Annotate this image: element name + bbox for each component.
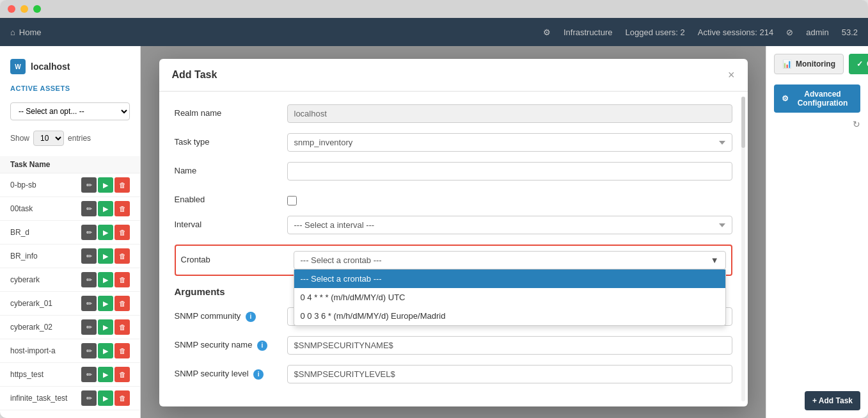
- filter-select[interactable]: -- Select an opt... --: [10, 102, 130, 120]
- crontab-label: Crontab: [181, 251, 283, 264]
- modal-overlay: Add Task × Realm name: [141, 46, 766, 418]
- task-actions-https_test: ✏ ▶ 🗑: [81, 367, 130, 382]
- advanced-config-button[interactable]: ⚙ Advanced Configuration: [774, 84, 860, 113]
- enabled-checkbox[interactable]: [287, 196, 297, 205]
- edit-task-00task[interactable]: ✏: [81, 201, 97, 216]
- check-button[interactable]: ✓ Check: [849, 54, 868, 74]
- task-name-cyberark_01: cyberark_01: [10, 299, 81, 308]
- refresh-button[interactable]: ↻: [774, 119, 860, 129]
- modal-close-button[interactable]: ×: [728, 69, 735, 81]
- snmp-security-name-row: SNMP security name i: [175, 336, 732, 355]
- crontab-option-madrid[interactable]: 0 0 3 6 * (m/h/dM/MY/d) Europe/Madrid: [294, 307, 725, 325]
- play-task-cyberark_02[interactable]: ▶: [98, 319, 113, 335]
- snmp-security-level-info-icon[interactable]: i: [253, 369, 264, 380]
- delete-task-BR_d[interactable]: 🗑: [114, 225, 130, 240]
- delete-task-host-import-a[interactable]: 🗑: [114, 343, 130, 358]
- task-list: Task Name 0-bp-sb ✏ ▶ 🗑 00task: [0, 156, 140, 410]
- maximize-button[interactable]: [33, 5, 41, 13]
- play-task-BR_d[interactable]: ▶: [98, 225, 113, 240]
- edit-task-BR_info[interactable]: ✏: [81, 248, 97, 264]
- home-nav-item[interactable]: ⌂ Home: [10, 28, 42, 37]
- task-name-cyberark: cyberark: [10, 275, 81, 284]
- edit-task-cyberark_01[interactable]: ✏: [81, 296, 97, 311]
- task-type-label: Task type: [175, 133, 277, 147]
- infrastructure-icon: ⚙: [543, 28, 551, 37]
- edit-task-BR_d[interactable]: ✏: [81, 225, 97, 240]
- play-task-00task[interactable]: ▶: [98, 201, 113, 216]
- crontab-select-display[interactable]: --- Select a crontab --- ▼: [294, 251, 726, 269]
- add-task-button[interactable]: + Add Task: [805, 391, 860, 410]
- delete-task-cyberark[interactable]: 🗑: [114, 272, 130, 287]
- task-actions-cyberark_02: ✏ ▶ 🗑: [81, 319, 130, 335]
- minimize-button[interactable]: [20, 5, 28, 13]
- realm-name-input[interactable]: [287, 104, 732, 123]
- delete-task-infinite_task_test[interactable]: 🗑: [114, 390, 130, 406]
- enabled-row: Enabled: [175, 191, 732, 205]
- check-icon: ✓: [856, 60, 863, 68]
- enabled-label: Enabled: [175, 191, 277, 204]
- task-name-BR_d: BR_d: [10, 228, 81, 237]
- delete-task-cyberark_01[interactable]: 🗑: [114, 296, 130, 311]
- edit-task-0-bp-sb[interactable]: ✏: [81, 177, 97, 193]
- play-task-https_test[interactable]: ▶: [98, 367, 113, 382]
- right-top-buttons: 📊 Monitoring ✓ Check: [774, 54, 860, 74]
- crontab-dropdown-menu: --- Select a crontab --- 0 4 * * * (m/h/…: [294, 269, 726, 326]
- task-item-00task: 00task ✏ ▶ 🗑: [0, 197, 140, 221]
- delete-task-cyberark_02[interactable]: 🗑: [114, 319, 130, 335]
- content-area: W localhost ACTIVE ASSETS -- Select an o…: [0, 46, 868, 418]
- modal-title: Add Task: [172, 69, 217, 81]
- snmp-community-info-icon[interactable]: i: [246, 312, 256, 322]
- crontab-option-default[interactable]: --- Select a crontab ---: [294, 269, 725, 288]
- admin-menu[interactable]: admin: [806, 28, 828, 37]
- task-item-cyberark_02: cyberark_02 ✏ ▶ 🗑: [0, 316, 140, 339]
- name-input[interactable]: [287, 162, 732, 181]
- snmp-security-level-row: SNMP security level i: [175, 365, 732, 383]
- add-task-modal: Add Task × Realm name: [159, 59, 748, 406]
- snmp-security-level-input[interactable]: [287, 365, 732, 383]
- home-label: Home: [19, 28, 42, 37]
- task-item-BR_d: BR_d ✏ ▶ 🗑: [0, 221, 140, 245]
- task-list-header: Task Name: [0, 156, 140, 173]
- edit-task-https_test[interactable]: ✏: [81, 367, 97, 382]
- task-actions-host-import-a: ✏ ▶ 🗑: [81, 343, 130, 358]
- show-label: Show: [10, 134, 29, 143]
- play-task-infinite_task_test[interactable]: ▶: [98, 390, 113, 406]
- task-name-0-bp-sb: 0-bp-sb: [10, 181, 81, 189]
- play-task-0-bp-sb[interactable]: ▶: [98, 177, 113, 193]
- play-task-cyberark[interactable]: ▶: [98, 272, 113, 287]
- play-task-host-import-a[interactable]: ▶: [98, 343, 113, 358]
- show-count-select[interactable]: 10: [33, 131, 64, 146]
- sidebar-filter: -- Select an opt... --: [0, 97, 140, 125]
- modal-scrollbar-track[interactable]: [741, 97, 745, 401]
- modal-scrollbar-thumb: [741, 97, 745, 148]
- delete-task-BR_info[interactable]: 🗑: [114, 248, 130, 264]
- host-icon: W: [10, 59, 26, 74]
- edit-task-cyberark[interactable]: ✏: [81, 272, 97, 287]
- title-bar: [0, 0, 868, 18]
- modal-header: Add Task ×: [159, 59, 748, 92]
- crontab-option-utc[interactable]: 0 4 * * * (m/h/dM/MY/d) UTC: [294, 288, 725, 307]
- close-button[interactable]: [8, 5, 15, 13]
- task-name-host-import-a: host-import-a: [10, 346, 81, 355]
- interval-label: Interval: [175, 216, 277, 229]
- crontab-selected-value: --- Select a crontab ---: [301, 255, 382, 265]
- edit-task-infinite_task_test[interactable]: ✏: [81, 390, 97, 406]
- interval-row: Interval --- Select a interval ---: [175, 216, 732, 234]
- snmp-security-name-input[interactable]: [287, 336, 732, 355]
- delete-task-00task[interactable]: 🗑: [114, 201, 130, 216]
- task-actions-0-bp-sb: ✏ ▶ 🗑: [81, 177, 130, 193]
- edit-task-cyberark_02[interactable]: ✏: [81, 319, 97, 335]
- task-actions-BR_d: ✏ ▶ 🗑: [81, 225, 130, 240]
- interval-select[interactable]: --- Select a interval ---: [287, 216, 732, 234]
- snmp-security-name-info-icon[interactable]: i: [257, 341, 267, 351]
- name-label: Name: [175, 162, 277, 175]
- task-type-select[interactable]: snmp_inventory: [287, 133, 732, 152]
- delete-task-0-bp-sb[interactable]: 🗑: [114, 177, 130, 193]
- delete-task-https_test[interactable]: 🗑: [114, 367, 130, 382]
- monitoring-button[interactable]: 📊 Monitoring: [774, 54, 844, 74]
- logged-users: Logged users: 2: [626, 28, 685, 37]
- edit-task-host-import-a[interactable]: ✏: [81, 343, 97, 358]
- play-task-BR_info[interactable]: ▶: [98, 248, 113, 264]
- sidebar: W localhost ACTIVE ASSETS -- Select an o…: [0, 46, 141, 418]
- play-task-cyberark_01[interactable]: ▶: [98, 296, 113, 311]
